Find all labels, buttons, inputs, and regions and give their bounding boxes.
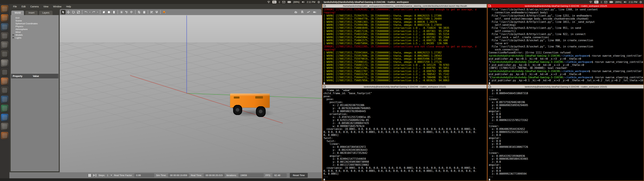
dock-icon-app-slot-2[interactable] — [1, 42, 8, 49]
dock-icon-trash[interactable] — [1, 132, 8, 139]
screenshot-icon[interactable] — [294, 10, 298, 14]
terminal-roslaunch[interactable]: /home/tarekshohdy/catkin_workspace/src/m… — [322, 4, 487, 85]
window-menu-icon[interactable] — [323, 5, 326, 7]
undo-icon[interactable] — [84, 10, 88, 14]
align-icon[interactable] — [150, 10, 154, 14]
terminal-line: y: 0.0 — [489, 142, 644, 146]
terminal-cmdvel-echo[interactable]: tarekshohdy@tarekshohdy-IdeaPad-Gaming-3… — [487, 85, 644, 181]
terminal-titlebar[interactable]: tarekshohdy@tarekshohdy-IdeaPad-Gaming-3… — [488, 85, 644, 88]
sim-time-field[interactable]: 00 00:00:19.659 — [168, 173, 189, 177]
robot-wheel-front-left[interactable] — [233, 105, 242, 115]
undo-menu-icon[interactable] — [89, 10, 91, 14]
reset-time-button[interactable]: Reset Time — [290, 173, 308, 178]
dock-icon-settings[interactable] — [1, 60, 8, 67]
rotate-icon[interactable] — [71, 10, 76, 14]
terminal-odom-echo[interactable]: tarekshohdy@tarekshohdy-IdeaPad-Gaming-3… — [322, 85, 487, 181]
dock-icon-web-browser[interactable] — [1, 23, 8, 31]
dock-icon-app-slot-1[interactable] — [1, 32, 8, 40]
redo-icon[interactable] — [92, 10, 96, 14]
spot-light-icon[interactable] — [124, 10, 129, 14]
tab-layers[interactable]: Layers — [39, 10, 53, 15]
menu-camera[interactable]: Camera — [28, 4, 41, 8]
view-angle-icon[interactable] — [162, 10, 166, 14]
panel-splitter-handle[interactable]: ······ — [11, 72, 59, 74]
dock-icon-app-slot-3[interactable] — [1, 50, 8, 58]
terminal-titlebar[interactable]: /home/tarekshohdy/catkin_workspace/src/m… — [322, 4, 487, 8]
snap-icon[interactable] — [154, 10, 159, 14]
tree-item-wind[interactable]: Wind — [11, 31, 59, 34]
menu-edit[interactable]: Edit — [20, 4, 28, 8]
dock-icon-vscode[interactable] — [1, 114, 8, 121]
robot-wheel-front-right[interactable] — [256, 106, 266, 117]
dock-icon-app-slot-5[interactable] — [1, 87, 8, 94]
sphere-icon[interactable] — [107, 10, 111, 14]
terminal-line: [ERROR] [1708171911.755922395, 19.728000… — [324, 45, 487, 48]
clock[interactable]: 2:11 PM — [629, 1, 637, 3]
terminal-pid-publisher[interactable]: tarekshohdy@tarekshohdy-IdeaPad-Gaming-3… — [487, 4, 644, 85]
window-menu-icon[interactable] — [323, 86, 326, 88]
keyboard-layout-indicator[interactable]: En — [594, 1, 598, 3]
dock-icon-files[interactable] — [1, 5, 8, 12]
menu-help[interactable]: Help — [64, 4, 73, 8]
tree-item-atmosphere[interactable]: Atmosphere — [11, 28, 59, 31]
translate-icon[interactable] — [66, 10, 70, 14]
system-indicators[interactable]: En (89%) 2:11 PM — [589, 1, 644, 3]
terminal-cursor — [489, 82, 490, 84]
terminal-line: [ WARN] [1708171911.755979019, 19.728000… — [324, 57, 487, 60]
gazebo-3d-viewport[interactable] — [60, 15, 322, 172]
dock-icon-ide[interactable] — [1, 96, 8, 103]
window-menu-icon[interactable] — [488, 5, 491, 7]
tree-item-models[interactable]: Models — [11, 34, 59, 36]
redo-menu-icon[interactable] — [96, 10, 98, 14]
session-gear-icon[interactable] — [318, 1, 320, 3]
plot-icon[interactable] — [306, 10, 311, 14]
expand-caret-icon[interactable] — [13, 37, 14, 38]
tree-item-lights[interactable]: Lights — [11, 36, 59, 39]
copy-icon[interactable] — [137, 10, 142, 14]
dock-icon-terminal[interactable] — [1, 105, 8, 112]
terminal-output[interactable]: frame_id: "odom"child_frame_id: "base_fo… — [322, 88, 487, 180]
dock-icon-gazebo-app[interactable] — [1, 123, 8, 130]
record-icon[interactable] — [312, 10, 317, 14]
keyboard-layout-indicator[interactable]: En — [272, 1, 276, 3]
point-light-icon[interactable] — [119, 10, 124, 14]
tree-item-scene[interactable]: Scene — [11, 19, 59, 22]
scale-icon[interactable] — [76, 10, 81, 14]
log-icon[interactable]: LOG — [300, 10, 304, 14]
dock-icon-image-tool[interactable] — [1, 78, 8, 85]
real-time-field[interactable]: 00 00:00:20.015 — [204, 173, 224, 177]
session-gear-icon[interactable] — [640, 1, 642, 3]
menu-file[interactable]: File — [11, 4, 19, 8]
dock-icon-software-store[interactable] — [1, 14, 8, 22]
iterations-field[interactable]: 19659 — [238, 173, 264, 177]
terminal-line: z: 0.0 — [489, 134, 644, 136]
menu-view[interactable]: View — [41, 4, 50, 8]
menu-window[interactable]: Window — [51, 4, 64, 8]
terminal-output[interactable]: [ERROR] [1708171911.753926102, 19.726000… — [322, 8, 487, 84]
paste-icon[interactable] — [142, 10, 146, 14]
real-time-factor-field[interactable]: 0.99 — [134, 173, 154, 177]
window-menu-icon[interactable] — [488, 86, 491, 88]
terminal-output[interactable]: File "/usr/lib/python3.8/xmlrpc/client.p… — [488, 8, 644, 84]
terminal-titlebar[interactable]: tarekshohdy@tarekshohdy-IdeaPad-Gaming-3… — [488, 4, 644, 8]
step-button[interactable] — [93, 174, 96, 177]
tree-item-gui[interactable]: GUI — [11, 16, 59, 19]
fps-field[interactable]: 62.48 — [272, 173, 286, 177]
select-icon[interactable] — [61, 10, 66, 14]
steps-dropdown-caret[interactable] — [110, 175, 112, 176]
cylinder-icon[interactable] — [112, 10, 116, 14]
tab-insert[interactable]: Insert — [25, 10, 38, 15]
terminal-output[interactable]: y: 0.0 z: 0.0009445664510687318---linear… — [488, 88, 644, 180]
tree-item-spherical-coordinates[interactable]: Spherical Coordinates — [11, 22, 59, 25]
tree-item-physics[interactable]: Physics — [11, 25, 59, 28]
system-indicators[interactable]: En (89%) 2:11 PM — [267, 1, 322, 3]
terminal-titlebar[interactable]: tarekshohdy@tarekshohdy-IdeaPad-Gaming-3… — [322, 85, 487, 88]
directional-light-icon[interactable] — [129, 10, 134, 14]
tab-world[interactable]: World — [11, 10, 24, 15]
box-icon[interactable] — [102, 10, 106, 14]
property-table-body[interactable] — [11, 78, 58, 171]
clock[interactable]: 2:11 PM — [307, 1, 315, 3]
expand-caret-icon[interactable] — [13, 34, 14, 36]
dock-icon-app-slot-4[interactable] — [1, 68, 8, 76]
pause-button[interactable] — [88, 174, 91, 177]
